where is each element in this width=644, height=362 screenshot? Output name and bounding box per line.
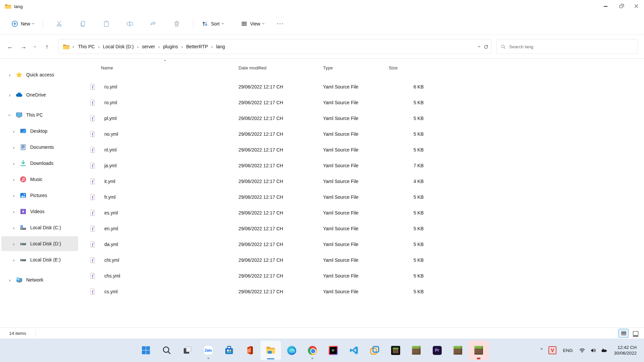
- sidebar-item-local-disk-e[interactable]: › Local Disk (E:): [1, 252, 78, 267]
- breadcrumb-segment[interactable]: server: [139, 42, 158, 51]
- file-row-fr.yml[interactable]: fr.yml 29/06/2022 12:17 CH Yaml Source F…: [79, 189, 644, 205]
- rename-button[interactable]: [123, 17, 137, 31]
- sidebar-item-videos[interactable]: › Videos: [1, 204, 78, 219]
- file-row-no.yml[interactable]: no.yml 29/06/2022 12:17 CH Yaml Source F…: [79, 126, 644, 142]
- file-row-es.yml[interactable]: es.yml 29/06/2022 12:17 CH Yaml Source F…: [79, 205, 644, 221]
- column-header-date-modified[interactable]: Date modified: [235, 65, 320, 70]
- taskbar-icon-vmware[interactable]: [364, 341, 385, 360]
- taskbar-icon-minecraft-3[interactable]: [468, 341, 489, 360]
- sidebar-item-onedrive[interactable]: › OneDrive: [1, 87, 78, 102]
- expand-chevron-icon[interactable]: ›: [10, 241, 17, 247]
- taskbar-icon-zalo[interactable]: Zalo: [198, 341, 219, 360]
- forward-button[interactable]: →: [18, 41, 29, 52]
- expand-chevron-icon[interactable]: ›: [10, 209, 17, 215]
- sort-direction-icon[interactable]: ⌄: [163, 57, 167, 62]
- sidebar-item-network[interactable]: › Network: [1, 273, 78, 287]
- column-header-type[interactable]: Type: [320, 65, 385, 70]
- taskbar-icon-minecraft-dark[interactable]: [385, 341, 406, 360]
- sidebar-item-local-disk-d[interactable]: › Local Disk (D:): [1, 236, 78, 251]
- file-row-cht.yml[interactable]: cht.yml 29/06/2022 12:17 CH Yaml Source …: [79, 252, 644, 268]
- breadcrumb-segment[interactable]: BetterRTP: [183, 42, 211, 51]
- search-input[interactable]: [509, 44, 634, 49]
- file-row-ja.yml[interactable]: ja.yml 29/06/2022 12:17 CH Yaml Source F…: [79, 158, 644, 173]
- address-dropdown-chevron-icon[interactable]: ›: [476, 46, 482, 47]
- taskbar-icon-search[interactable]: [156, 341, 177, 360]
- file-row-ro.yml[interactable]: ro.yml 29/06/2022 12:17 CH Yaml Source F…: [79, 95, 644, 110]
- taskbar-clock[interactable]: 12:42 CH 30/06/2022: [610, 345, 640, 356]
- delete-button[interactable]: [170, 17, 183, 31]
- share-button[interactable]: [147, 17, 160, 31]
- sidebar-item-downloads[interactable]: › Downloads: [1, 156, 78, 171]
- file-row-it.yml[interactable]: it.yml 29/06/2022 12:17 CH Yaml Source F…: [79, 173, 644, 189]
- file-name: chs.yml: [101, 273, 235, 279]
- expand-chevron-icon[interactable]: ›: [10, 177, 17, 182]
- taskbar-icon-minecraft[interactable]: [406, 341, 427, 360]
- taskbar-icon-file-explorer[interactable]: [260, 341, 281, 360]
- file-row-chs.yml[interactable]: chs.yml 29/06/2022 12:17 CH Yaml Source …: [79, 268, 644, 284]
- taskbar-icon-office[interactable]: [239, 341, 260, 360]
- sort-button[interactable]: Sort ›: [198, 18, 227, 30]
- column-header-name[interactable]: Name: [88, 65, 235, 70]
- copy-button[interactable]: [76, 17, 90, 31]
- breadcrumb-segment[interactable]: This PC: [75, 42, 98, 51]
- search-box[interactable]: [496, 39, 638, 54]
- tray-overflow-chevron-icon[interactable]: ⌃: [537, 343, 546, 358]
- taskbar-icon-task-view[interactable]: [177, 341, 198, 360]
- breadcrumb-bar[interactable]: › This PC › Local Disk (D:) › server: [58, 39, 492, 54]
- sidebar-item-music[interactable]: › Music: [1, 172, 78, 187]
- sidebar-item-local-disk-c[interactable]: › Local Disk (C:): [1, 220, 78, 235]
- sidebar-item-desktop[interactable]: › Desktop: [1, 124, 78, 138]
- view-button[interactable]: View ›: [237, 18, 268, 30]
- file-row-nl.yml[interactable]: nl.yml 29/06/2022 12:17 CH Yaml Source F…: [79, 142, 644, 158]
- sidebar-item-documents[interactable]: › Documents: [1, 140, 78, 155]
- file-row-da.yml[interactable]: da.yml 29/06/2022 12:17 CH Yaml Source F…: [79, 236, 644, 252]
- see-more-button[interactable]: ···: [277, 20, 284, 27]
- column-header-size[interactable]: Size: [385, 65, 429, 70]
- taskbar-icon-minecraft-2[interactable]: [447, 341, 468, 360]
- expand-chevron-icon[interactable]: ›: [10, 193, 17, 198]
- sidebar-item-quick-access[interactable]: › Quick access: [1, 67, 78, 82]
- taskbar-icon-microsoft-store[interactable]: [219, 341, 239, 360]
- expand-chevron-icon[interactable]: ›: [10, 257, 17, 263]
- taskbar-icon-chrome[interactable]: [302, 341, 323, 360]
- expand-chevron-icon[interactable]: ›: [10, 128, 17, 134]
- details-view-button[interactable]: [619, 329, 629, 338]
- expand-chevron-icon[interactable]: ›: [6, 72, 13, 78]
- taskbar-icon-vscode[interactable]: [343, 341, 364, 360]
- expand-chevron-icon[interactable]: ›: [10, 225, 17, 231]
- breadcrumb-segment[interactable]: plugins: [160, 42, 180, 51]
- file-row-pl.yml[interactable]: pl.yml 29/06/2022 12:17 CH Yaml Source F…: [79, 110, 644, 126]
- breadcrumb-segment[interactable]: Local Disk (D:): [100, 42, 137, 51]
- expand-chevron-icon[interactable]: ›: [6, 277, 13, 283]
- wifi-button[interactable]: [577, 343, 588, 358]
- input-language-button[interactable]: ENG: [559, 343, 577, 358]
- sidebar-item-this-pc[interactable]: › This PC: [1, 108, 78, 122]
- close-button[interactable]: [629, 0, 644, 13]
- unikey-tray-button[interactable]: V: [546, 343, 559, 358]
- restore-button[interactable]: [613, 0, 629, 13]
- breadcrumb-segment[interactable]: lang: [213, 42, 227, 51]
- taskbar-icon-start[interactable]: [136, 341, 156, 360]
- expand-chevron-icon[interactable]: ›: [10, 161, 17, 166]
- recent-locations-chevron-icon[interactable]: ›: [33, 46, 38, 48]
- new-button[interactable]: New ›: [8, 18, 38, 30]
- taskbar-icon-edge[interactable]: [281, 341, 302, 360]
- expand-chevron-icon[interactable]: ›: [10, 144, 17, 150]
- back-button[interactable]: ←: [4, 41, 16, 52]
- taskbar-icon-premiere-pro[interactable]: Pr: [427, 341, 447, 360]
- battery-button[interactable]: [599, 343, 610, 358]
- paste-button[interactable]: [100, 17, 113, 31]
- file-row-ru.yml[interactable]: ru.yml 29/06/2022 12:17 CH Yaml Source F…: [79, 79, 644, 95]
- expand-chevron-icon[interactable]: ›: [6, 92, 13, 98]
- file-row-en.yml[interactable]: en.yml 29/06/2022 12:17 CH Yaml Source F…: [79, 221, 644, 236]
- cut-button[interactable]: [53, 17, 66, 31]
- sidebar-item-pictures[interactable]: › Pictures: [1, 188, 78, 203]
- refresh-icon[interactable]: [483, 44, 489, 49]
- up-button[interactable]: ↑: [41, 41, 53, 52]
- thumbnail-view-button[interactable]: [631, 329, 641, 338]
- minimize-button[interactable]: [598, 0, 613, 13]
- expand-chevron-icon[interactable]: ›: [7, 111, 13, 119]
- file-row-cs.yml[interactable]: cs.yml 29/06/2022 12:17 CH Yaml Source F…: [79, 284, 644, 299]
- volume-button[interactable]: [588, 343, 599, 358]
- taskbar-icon-intellij-idea[interactable]: IJ: [323, 341, 343, 360]
